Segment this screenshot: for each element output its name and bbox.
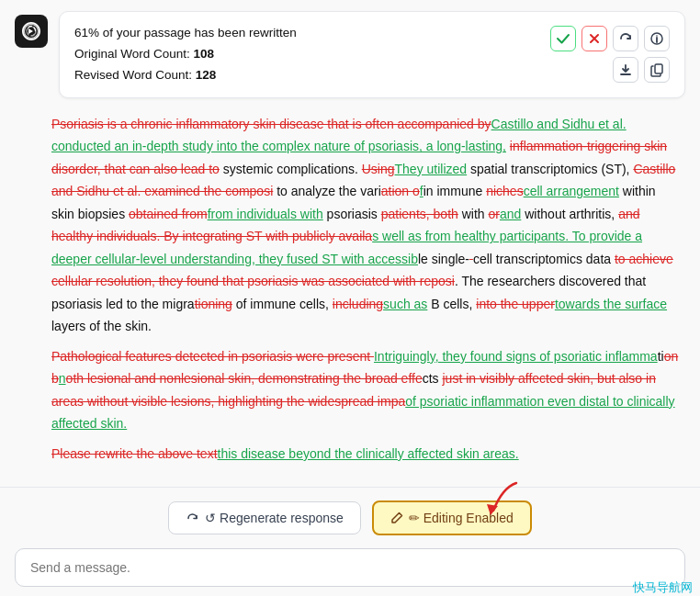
- message-input[interactable]: [15, 548, 685, 587]
- app-logo: [15, 15, 48, 48]
- plain-5: in immune: [423, 184, 486, 198]
- stats-box: 61% of your passage has been rewritten O…: [59, 11, 685, 98]
- plain-16: ti: [658, 349, 664, 364]
- ins-10: Intriguingly, they found signs of psoria…: [374, 349, 658, 364]
- revised-label: Revised Word Count:: [74, 68, 192, 82]
- toolbar-row-2: [550, 57, 670, 83]
- download-button[interactable]: [613, 57, 638, 83]
- ins-2: They utilized: [395, 162, 468, 176]
- ins-5: from individuals with: [208, 207, 323, 221]
- del-18: oth lesional and nonlesional skin, demon…: [66, 371, 423, 386]
- plain-17: cts: [423, 371, 443, 386]
- del-9: or: [489, 207, 500, 221]
- del-15: into the upper: [476, 297, 555, 311]
- stats-text: 61% of your passage has been rewritten O…: [74, 23, 297, 86]
- toolbar: [550, 26, 670, 83]
- original-count: 108: [194, 47, 215, 61]
- plain-11: cell transcriptomics data: [473, 252, 615, 266]
- plain-7: psoriasis: [323, 207, 381, 221]
- copy-button[interactable]: [644, 57, 670, 83]
- paragraph-3: Please rewrite the above textthis diseas…: [51, 443, 682, 466]
- toolbar-row-1: [550, 26, 670, 51]
- del-14: including: [333, 297, 383, 311]
- del-1: Psoriasis is a chronic inflammatory skin…: [51, 117, 491, 131]
- svg-point-3: [656, 36, 658, 38]
- ins-8: such as: [383, 297, 427, 311]
- plain-3: spatial transcriptomics (ST),: [467, 162, 633, 176]
- del-8: patients, both: [381, 207, 458, 221]
- plain-13: of immune cells,: [232, 297, 333, 311]
- accept-button[interactable]: [550, 26, 576, 51]
- ins-9: towards the surface: [555, 297, 667, 311]
- ins-6: and: [500, 207, 521, 221]
- rewrite-label: of your passage has been rewritten: [99, 26, 297, 39]
- del-16: Pathological features detected in psoria…: [51, 349, 374, 364]
- reject-button[interactable]: [581, 26, 607, 51]
- content-area: Psoriasis is a chronic inflammatory skin…: [0, 98, 700, 488]
- original-label: Original Word Count:: [74, 47, 190, 61]
- bottom-section: ↺ Regenerate response ✏ Editing Enabled: [0, 487, 700, 596]
- plain-9: without arthritis,: [521, 207, 618, 221]
- watermark: 快马导航网: [633, 579, 693, 596]
- plain-8: with: [458, 207, 489, 221]
- plain-14: B cells,: [427, 297, 476, 311]
- ins-4: cell arrangement: [524, 184, 619, 198]
- del-20: Please rewrite the above text: [51, 446, 218, 461]
- info-button[interactable]: [644, 26, 670, 51]
- action-bar: ↺ Regenerate response ✏ Editing Enabled: [0, 488, 700, 548]
- plain-4: to analyze the vari: [273, 184, 381, 198]
- plain-2: systemic complications.: [220, 162, 362, 176]
- regenerate-label: ↺ Regenerate response: [205, 511, 344, 525]
- del-13: tioning: [195, 297, 232, 311]
- regenerate-button[interactable]: ↺ Regenerate response: [168, 501, 361, 534]
- message-input-row: [0, 548, 700, 596]
- arrow-annotation: [452, 478, 525, 528]
- revised-count: 128: [196, 68, 217, 82]
- paragraph-1: Psoriasis is a chronic inflammatory skin…: [51, 113, 682, 338]
- svg-rect-4: [655, 64, 662, 73]
- plain-10: le single-: [418, 252, 469, 266]
- paragraph-2: Pathological features detected in psoria…: [51, 345, 682, 435]
- header: 61% of your passage has been rewritten O…: [0, 0, 700, 98]
- del-3: Using: [362, 162, 395, 176]
- percent-value: 61%: [74, 26, 99, 39]
- plain-15: layers of the skin.: [51, 319, 152, 333]
- ins-13: this disease beyond the clinically affec…: [218, 446, 519, 461]
- refresh-button[interactable]: [613, 26, 638, 51]
- del-5: ation o: [381, 184, 420, 198]
- svg-marker-5: [487, 504, 498, 515]
- del-7: obtained from: [129, 207, 208, 221]
- del-6: niches: [486, 184, 523, 198]
- ins-11: n: [59, 371, 66, 386]
